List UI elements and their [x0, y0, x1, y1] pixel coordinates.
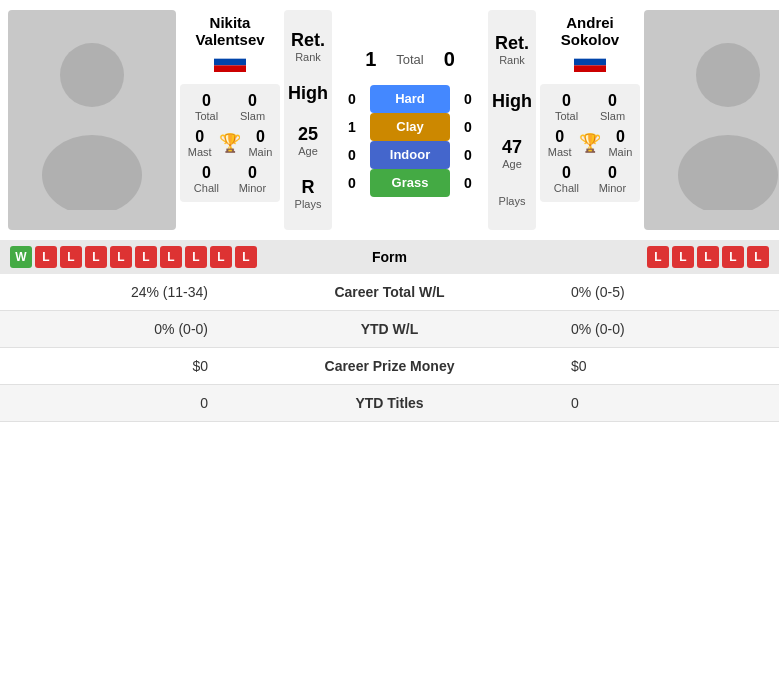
- svg-point-1: [42, 135, 142, 210]
- left-form-badge-6: L: [160, 246, 182, 268]
- left-mast-main-row: 0 Mast 🏆 0 Main: [184, 128, 276, 158]
- right-trophy-icon: 🏆: [579, 132, 601, 154]
- right-player-photo: [644, 10, 779, 230]
- left-plays-stat: R Plays: [295, 177, 322, 210]
- surface-left-score-clay: 1: [338, 119, 366, 135]
- surface-right-score-clay: 0: [454, 119, 482, 135]
- left-rank-stat: Ret. Rank: [291, 30, 325, 63]
- right-plays-stat: Plays: [499, 195, 526, 207]
- left-rank-value: Ret.: [291, 30, 325, 51]
- left-form-badge-7: L: [185, 246, 207, 268]
- left-form-badge-1: L: [35, 246, 57, 268]
- left-plays-value: R: [302, 177, 315, 198]
- right-total-label: Total: [555, 110, 578, 122]
- right-chall-minor-row: 0 Chall 0 Minor: [544, 164, 636, 194]
- surface-row-clay: 1 Clay 0: [338, 113, 482, 141]
- stats-right-val-1: 0% (0-0): [559, 311, 779, 348]
- stats-table-row-3: 0 YTD Titles 0: [0, 385, 779, 422]
- surface-left-score-hard: 0: [338, 91, 366, 107]
- right-plays-label: Plays: [499, 195, 526, 207]
- svg-rect-5: [574, 52, 606, 59]
- total-label: Total: [396, 52, 423, 67]
- left-chall-value: 0: [202, 164, 211, 182]
- right-player-flag: [574, 52, 606, 72]
- svg-rect-7: [574, 65, 606, 72]
- surface-badge-hard: Hard: [370, 85, 450, 113]
- right-minor-label: Minor: [599, 182, 627, 194]
- stats-right-val-3: 0: [559, 385, 779, 422]
- surface-rows: 0 Hard 0 1 Clay 0 0 Indoor 0 0 Grass 0: [338, 85, 482, 197]
- left-main-label: Main: [248, 146, 272, 158]
- right-rank-value: Ret.: [495, 33, 529, 54]
- stats-center-label-0: Career Total W/L: [220, 274, 559, 311]
- left-minor-label: Minor: [239, 182, 267, 194]
- left-slam-label: Slam: [240, 110, 265, 122]
- left-chall-label: Chall: [194, 182, 219, 194]
- left-mast-value: 0: [195, 128, 204, 146]
- svg-point-8: [696, 43, 760, 107]
- right-total-value: 0: [562, 92, 571, 110]
- left-minor-value: 0: [248, 164, 257, 182]
- stats-center-label-2: Career Prize Money: [220, 348, 559, 385]
- svg-rect-6: [574, 59, 606, 66]
- surface-right-score-hard: 0: [454, 91, 482, 107]
- stats-table-row-0: 24% (11-34) Career Total W/L 0% (0-5): [0, 274, 779, 311]
- left-form-badge-0: W: [10, 246, 32, 268]
- svg-rect-2: [214, 52, 246, 59]
- surface-badge-clay: Clay: [370, 113, 450, 141]
- stats-center-label-3: YTD Titles: [220, 385, 559, 422]
- right-mast-label: Mast: [548, 146, 572, 158]
- left-chall-stat: 0 Chall: [194, 164, 219, 194]
- right-main-value: 0: [616, 128, 625, 146]
- stats-left-val-1: 0% (0-0): [0, 311, 220, 348]
- right-form-badge-4: L: [747, 246, 769, 268]
- left-mast-label: Mast: [188, 146, 212, 158]
- stats-left-val-0: 24% (11-34): [0, 274, 220, 311]
- left-form-badge-3: L: [85, 246, 107, 268]
- bottom-stats-table: 24% (11-34) Career Total W/L 0% (0-5) 0%…: [0, 274, 779, 422]
- left-total-value: 0: [202, 92, 211, 110]
- surface-table: 1 Total 0 0 Hard 0 1 Clay 0 0 Indoor 0 0…: [336, 10, 484, 230]
- form-section: WLLLLLLLLL Form LLLLL: [0, 240, 779, 274]
- right-age-stat: 47 Age: [502, 137, 522, 170]
- right-slam-stat: 0 Slam: [600, 92, 625, 122]
- left-age-label: Age: [298, 145, 318, 157]
- right-chall-label: Chall: [554, 182, 579, 194]
- right-form-badge-1: L: [672, 246, 694, 268]
- right-rank-stat: Ret. Rank: [495, 33, 529, 66]
- left-chall-minor-row: 0 Chall 0 Minor: [184, 164, 276, 194]
- right-player-name: Andrei Sokolov: [540, 14, 640, 48]
- players-section: Nikita Valentsev 0 Total 0 Slam: [0, 0, 779, 240]
- right-stats-box: 0 Total 0 Slam 0 Mast 🏆: [540, 84, 640, 202]
- right-minor-stat: 0 Minor: [599, 164, 627, 194]
- left-form-badge-5: L: [135, 246, 157, 268]
- left-rank-label: Rank: [295, 51, 321, 63]
- left-slam-stat: 0 Slam: [240, 92, 265, 122]
- total-right-score: 0: [444, 48, 455, 71]
- svg-rect-4: [214, 65, 246, 72]
- right-total-stat: 0 Total: [555, 92, 578, 122]
- svg-rect-3: [214, 59, 246, 66]
- left-total-stat: 0 Total: [195, 92, 218, 122]
- left-stats-box: 0 Total 0 Slam 0 Mast 🏆: [180, 84, 280, 202]
- right-form-badge-3: L: [722, 246, 744, 268]
- left-trophy-icon: 🏆: [219, 132, 241, 154]
- stats-right-val-2: $0: [559, 348, 779, 385]
- right-age-value: 47: [502, 137, 522, 158]
- form-label: Form: [330, 249, 450, 265]
- left-player-flag: [214, 52, 246, 72]
- right-form-badge-2: L: [697, 246, 719, 268]
- right-form-badge-0: L: [647, 246, 669, 268]
- right-total-slam-row: 0 Total 0 Slam: [544, 92, 636, 122]
- left-form-badge-2: L: [60, 246, 82, 268]
- right-rank-label: Rank: [499, 54, 525, 66]
- left-age-value: 25: [298, 124, 318, 145]
- right-high-value: High: [492, 91, 532, 112]
- left-player-info: Nikita Valentsev 0 Total 0 Slam: [180, 10, 280, 230]
- left-form-badge-9: L: [235, 246, 257, 268]
- right-main-label: Main: [608, 146, 632, 158]
- left-form-badges: WLLLLLLLLL: [10, 246, 326, 268]
- left-form-badge-4: L: [110, 246, 132, 268]
- left-high-stat: High: [288, 83, 328, 104]
- left-total-slam-row: 0 Total 0 Slam: [184, 92, 276, 122]
